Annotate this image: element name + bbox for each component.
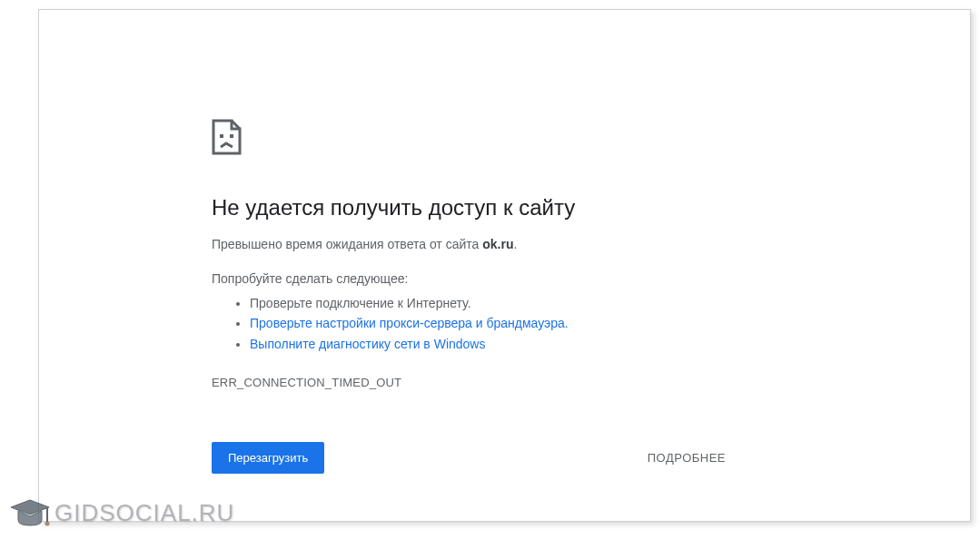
watermark: GIDSOCIAL.RU [9, 495, 234, 531]
suggestion-link-diagnostics[interactable]: Выполните диагностику сети в Windows [250, 337, 485, 351]
svg-point-3 [45, 522, 50, 526]
suggestions-list: Проверьте подключение к Интернету. Прове… [212, 293, 620, 354]
error-site-name: ok.ru [482, 237, 513, 251]
reload-button[interactable]: Перезагрузить [212, 442, 324, 474]
watermark-text: GIDSOCIAL.RU [54, 499, 234, 527]
suggestion-item: Выполните диагностику сети в Windows [250, 334, 620, 354]
graduation-cap-icon [9, 495, 51, 531]
error-message: Превышено время ожидания ответа от сайта… [212, 237, 620, 251]
suggestion-item: Проверьте подключение к Интернету. [250, 293, 620, 313]
details-button[interactable]: ПОДРОБНЕЕ [644, 444, 729, 472]
suggestion-text: Проверьте подключение к Интернету. [250, 296, 471, 310]
error-message-suffix: . [513, 237, 517, 251]
suggestion-item: Проверьте настройки прокси-сервера и бра… [250, 313, 620, 333]
suggestion-link-proxy[interactable]: Проверьте настройки прокси-сервера и бра… [250, 316, 569, 330]
sad-page-icon [212, 119, 620, 159]
error-container: Не удается получить доступ к сайту Превы… [39, 10, 620, 474]
button-row: Перезагрузить ПОДРОБНЕЕ [212, 442, 729, 474]
svg-rect-1 [230, 134, 233, 138]
error-code: ERR_CONNECTION_TIMED_OUT [212, 376, 620, 389]
svg-rect-0 [220, 134, 223, 138]
error-message-prefix: Превышено время ожидания ответа от сайта [212, 237, 482, 251]
error-page-frame: Не удается получить доступ к сайту Превы… [38, 9, 971, 522]
error-title: Не удается получить доступ к сайту [212, 195, 620, 221]
suggestions-label: Попробуйте сделать следующее: [212, 271, 620, 286]
